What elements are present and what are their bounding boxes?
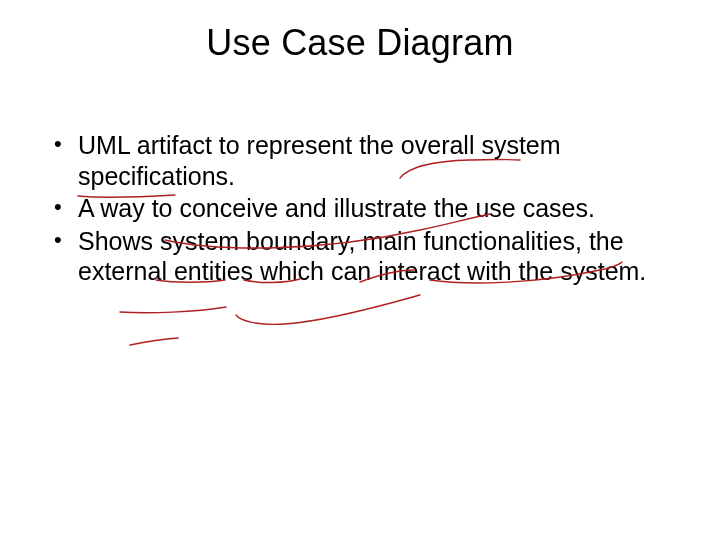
bullet-item: A way to conceive and illustrate the use…	[52, 193, 660, 224]
bullet-item: Shows system boundary, main functionalit…	[52, 226, 660, 287]
underline-mark	[120, 307, 226, 313]
slide-title: Use Case Diagram	[0, 22, 720, 64]
bullet-item: UML artifact to represent the overall sy…	[52, 130, 660, 191]
slide-body: UML artifact to represent the overall sy…	[52, 130, 660, 289]
underline-mark	[130, 338, 178, 345]
bullet-list: UML artifact to represent the overall sy…	[52, 130, 660, 287]
slide: Use Case Diagram UML artifact to represe…	[0, 0, 720, 540]
underline-mark	[236, 295, 420, 324]
